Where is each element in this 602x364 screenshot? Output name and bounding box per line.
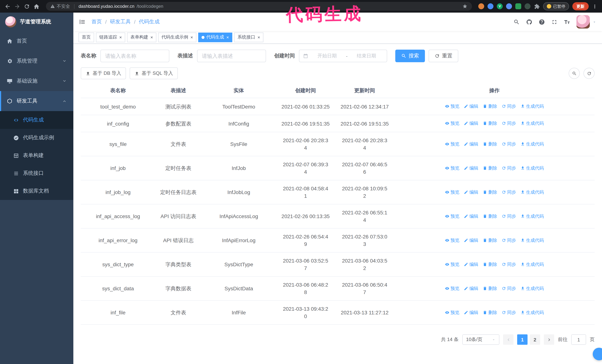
delete-link[interactable]: 删除 <box>483 285 497 292</box>
sidebar-item-codegen-example[interactable]: 代码生成示例 <box>0 129 73 147</box>
generate-code-link[interactable]: 生成代码 <box>520 260 544 268</box>
address-bar[interactable]: 不安全 dashboard.yudao.iocoder.cn/tool/code… <box>46 2 472 11</box>
edit-link[interactable]: 编辑 <box>464 188 478 196</box>
refresh-table-button[interactable] <box>583 68 595 79</box>
tab-close-icon[interactable]: × <box>150 35 153 40</box>
security-warning-icon[interactable]: 不安全 <box>50 3 70 10</box>
help-icon[interactable] <box>539 19 545 25</box>
delete-link[interactable]: 删除 <box>483 309 497 316</box>
import-db-button[interactable]: 基于 DB 导入 <box>81 67 126 79</box>
extension-puzzle-icon[interactable] <box>534 3 540 9</box>
extension-dark-icon[interactable] <box>525 3 530 9</box>
goto-page-input[interactable] <box>571 334 586 345</box>
font-size-icon[interactable] <box>564 19 570 25</box>
preview-link[interactable]: 预览 <box>445 236 459 244</box>
extension-green-square-icon[interactable] <box>515 3 521 9</box>
sync-link[interactable]: 同步 <box>502 140 516 147</box>
sync-link[interactable]: 同步 <box>502 285 516 292</box>
breadcrumb-item[interactable]: 研发工具 <box>110 19 131 25</box>
bookmark-star-icon[interactable] <box>462 4 468 9</box>
generate-code-link[interactable]: 生成代码 <box>520 120 544 127</box>
delete-link[interactable]: 删除 <box>483 103 497 110</box>
extension-blue-icon[interactable] <box>487 3 494 9</box>
sidebar-item-dev-tools[interactable]: 研发工具 <box>0 91 73 111</box>
app-logo[interactable]: 芋道管理系统 <box>0 13 73 31</box>
preview-link[interactable]: 预览 <box>445 103 459 110</box>
import-sql-button[interactable]: 基于 SQL 导入 <box>130 67 178 79</box>
sidebar-item-codegen[interactable]: 代码生成 <box>0 111 73 129</box>
user-menu[interactable] <box>576 15 596 29</box>
generate-code-link[interactable]: 生成代码 <box>520 309 544 316</box>
edit-link[interactable]: 编辑 <box>464 140 478 147</box>
browser-menu-icon[interactable] <box>592 3 598 9</box>
page-button-2[interactable]: 2 <box>530 334 540 345</box>
table-desc-input[interactable] <box>197 50 266 62</box>
sync-link[interactable]: 同步 <box>502 236 516 244</box>
page-size-select[interactable]: 10条/页 <box>462 334 499 345</box>
browser-home-icon[interactable] <box>33 3 40 10</box>
date-range-picker[interactable]: 开始日期 - 结束日期 <box>299 50 387 62</box>
preview-link[interactable]: 预览 <box>445 120 459 127</box>
prev-page-button[interactable] <box>503 334 514 345</box>
sync-link[interactable]: 同步 <box>502 212 516 220</box>
edit-link[interactable]: 编辑 <box>464 260 478 268</box>
extension-green-v-icon[interactable]: V <box>497 3 503 9</box>
generate-code-link[interactable]: 生成代码 <box>520 236 544 244</box>
sync-link[interactable]: 同步 <box>502 103 516 110</box>
github-icon[interactable] <box>526 19 532 25</box>
generate-code-link[interactable]: 生成代码 <box>520 212 544 220</box>
browser-back-icon[interactable] <box>4 3 11 10</box>
preview-link[interactable]: 预览 <box>445 212 459 220</box>
tab-codegen-example[interactable]: 代码生成示例× <box>158 32 196 42</box>
paused-badge[interactable]: 已暂停 <box>543 2 569 10</box>
tab-form-builder[interactable]: 表单构建× <box>127 32 156 42</box>
tab-codegen[interactable]: 代码生成× <box>198 32 232 42</box>
preview-link[interactable]: 预览 <box>445 164 459 172</box>
generate-code-link[interactable]: 生成代码 <box>520 103 544 110</box>
sidebar-item-form-builder[interactable]: 表单构建 <box>0 147 73 164</box>
sync-link[interactable]: 同步 <box>502 164 516 172</box>
sidebar-item-system-management[interactable]: 系统管理 <box>0 51 73 71</box>
delete-link[interactable]: 删除 <box>483 120 497 127</box>
hamburger-icon[interactable] <box>79 19 86 25</box>
tab-close-icon[interactable]: × <box>119 35 122 40</box>
preview-link[interactable]: 预览 <box>445 140 459 147</box>
generate-code-link[interactable]: 生成代码 <box>520 164 544 172</box>
browser-reload-icon[interactable] <box>24 3 30 10</box>
next-page-button[interactable] <box>544 334 554 345</box>
tab-trace[interactable]: 链路追踪× <box>96 32 125 42</box>
fullscreen-icon[interactable] <box>551 19 558 25</box>
generate-code-link[interactable]: 生成代码 <box>520 140 544 147</box>
browser-update-button[interactable]: 更新 <box>572 2 589 10</box>
breadcrumb-item[interactable]: 代码生成 <box>139 19 160 25</box>
search-button[interactable]: 搜索 <box>395 50 425 62</box>
table-name-input[interactable] <box>100 50 169 62</box>
sync-link[interactable]: 同步 <box>502 188 516 196</box>
delete-link[interactable]: 删除 <box>483 140 497 147</box>
sidebar-item-home[interactable]: 首页 <box>0 31 73 51</box>
tab-close-icon[interactable]: × <box>190 35 193 40</box>
tab-close-icon[interactable]: × <box>258 35 260 40</box>
delete-link[interactable]: 删除 <box>483 260 497 268</box>
edit-link[interactable]: 编辑 <box>464 285 478 292</box>
tab-home[interactable]: 首页 <box>78 32 94 42</box>
breadcrumb-item[interactable]: 首页 <box>92 19 102 25</box>
edit-link[interactable]: 编辑 <box>464 103 478 110</box>
preview-link[interactable]: 预览 <box>445 309 459 316</box>
preview-link[interactable]: 预览 <box>445 260 459 268</box>
sidebar-item-db-doc[interactable]: 数据库文档 <box>0 182 73 200</box>
search-icon[interactable] <box>514 19 520 25</box>
edit-link[interactable]: 编辑 <box>464 164 478 172</box>
tab-system-api[interactable]: 系统接口× <box>234 32 263 42</box>
reset-button[interactable]: 重置 <box>429 50 458 62</box>
extension-people-icon[interactable] <box>506 3 512 9</box>
generate-code-link[interactable]: 生成代码 <box>520 285 544 292</box>
tab-close-icon[interactable]: × <box>226 35 229 40</box>
edit-link[interactable]: 编辑 <box>464 120 478 127</box>
preview-link[interactable]: 预览 <box>445 285 459 292</box>
edit-link[interactable]: 编辑 <box>464 236 478 244</box>
delete-link[interactable]: 删除 <box>483 212 497 220</box>
page-button-1[interactable]: 1 <box>517 334 527 345</box>
edit-link[interactable]: 编辑 <box>464 212 478 220</box>
sync-link[interactable]: 同步 <box>502 260 516 268</box>
